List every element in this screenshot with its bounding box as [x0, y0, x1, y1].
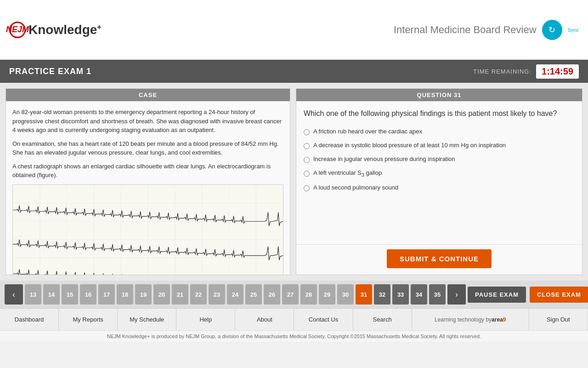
submit-area: SUBMIT & CONTINUE [296, 244, 582, 275]
answer-radio-4[interactable] [304, 171, 310, 177]
case-header: CASE [6, 89, 290, 101]
nav-about[interactable]: About [235, 309, 294, 330]
case-panel: CASE An 82-year-old woman presents to th… [6, 88, 290, 275]
case-body[interactable]: An 82-year-old woman presents to the eme… [6, 101, 290, 275]
nav-bar: ‹ 13141516171819202122232425262728293031… [0, 281, 588, 308]
question-header: QUESTION 31 [296, 89, 582, 101]
ecg-chart [13, 185, 283, 275]
nav-num-14[interactable]: 14 [43, 284, 60, 305]
footer-text: NEJM Knowledge+ is produced by NEJM Grou… [107, 334, 481, 339]
timer-value: 1:14:59 [536, 64, 579, 79]
sync-icon: ↻ [548, 25, 555, 35]
footer: NEJM Knowledge+ is produced by NEJM Grou… [0, 330, 588, 342]
answer-option-4[interactable]: A left ventricular S3 gallop [304, 169, 575, 178]
nav-area9: Learning technology by area9 [412, 309, 529, 330]
exam-bar: PRACTICE EXAM 1 TIME REMAINING: 1:14:59 [0, 60, 588, 83]
question-panel: QUESTION 31 Which one of the following p… [296, 88, 582, 275]
case-paragraph-3: A chest radiograph shows an enlarged car… [12, 162, 283, 180]
ecg-image [12, 184, 283, 275]
nav-num-17[interactable]: 17 [98, 284, 115, 305]
answer-label-2: A decrease in systolic blood pressure of… [313, 142, 506, 149]
answer-option-1[interactable]: A friction rub heard over the cardiac ap… [304, 128, 575, 135]
nav-num-33[interactable]: 33 [392, 284, 409, 305]
nav-help[interactable]: Help [176, 309, 235, 330]
case-paragraph-1: An 82-year-old woman presents to the eme… [12, 108, 283, 135]
nav-num-22[interactable]: 22 [190, 284, 207, 305]
nav-num-34[interactable]: 34 [411, 284, 427, 305]
nav-num-15[interactable]: 15 [62, 284, 78, 305]
pause-exam-button[interactable]: PAUSE EXAM [468, 287, 526, 303]
nav-num-31[interactable]: 31 [356, 284, 372, 305]
submit-continue-button[interactable]: SUBMIT & CONTINUE [387, 249, 492, 268]
answer-label-4: A left ventricular S3 gallop [313, 169, 382, 178]
nav-num-21[interactable]: 21 [172, 284, 188, 305]
nejm-logo: NEJM Knowledge+ [9, 22, 102, 38]
nav-search[interactable]: Search [353, 309, 412, 330]
nav-right-btns: PAUSE EXAM CLOSE EXAM [468, 287, 588, 303]
area9-logo: area9 [492, 316, 506, 323]
timer-label: TIME REMAINING: [473, 68, 531, 75]
knowledge-text: Knowledge+ [28, 23, 102, 37]
nav-num-26[interactable]: 26 [264, 284, 280, 305]
nav-num-28[interactable]: 28 [300, 284, 317, 305]
answer-label-5: A loud second pulmonary sound [313, 184, 398, 191]
answer-option-5[interactable]: A loud second pulmonary sound [304, 184, 575, 191]
nav-num-19[interactable]: 19 [135, 284, 152, 305]
question-text: Which one of the following physical find… [304, 109, 575, 119]
answer-label-1: A friction rub heard over the cardiac ap… [313, 128, 422, 135]
answer-radio-2[interactable] [304, 143, 310, 149]
prev-arrow-button[interactable]: ‹ [5, 284, 23, 305]
header-right: Internal Medicine Board Review ↻ Sync [394, 20, 579, 40]
answer-option-2[interactable]: A decrease in systolic blood pressure of… [304, 142, 575, 149]
case-paragraph-2: On examination, she has a heart rate of … [12, 139, 283, 157]
sync-button[interactable]: ↻ [542, 20, 562, 40]
answer-label-3: Increase in jugular venous pressure duri… [313, 155, 455, 162]
sync-label: Sync [568, 27, 579, 33]
nejm-text: NEJM [6, 25, 29, 34]
nejm-circle: NEJM [9, 22, 26, 38]
nav-num-20[interactable]: 20 [153, 284, 170, 305]
next-arrow-button[interactable]: › [447, 284, 466, 305]
answer-radio-5[interactable] [304, 185, 310, 191]
nav-num-30[interactable]: 30 [337, 284, 354, 305]
nav-num-23[interactable]: 23 [209, 284, 225, 305]
nav-sign-out[interactable]: Sign Out [529, 309, 588, 330]
nav-num-32[interactable]: 32 [374, 284, 390, 305]
nav-num-18[interactable]: 18 [117, 284, 133, 305]
answer-option-3[interactable]: Increase in jugular venous pressure duri… [304, 155, 575, 163]
timer-area: TIME REMAINING: 1:14:59 [473, 64, 579, 79]
logo-area: NEJM Knowledge+ [9, 22, 102, 38]
nav-num-29[interactable]: 29 [319, 284, 335, 305]
answer-radio-3[interactable] [304, 157, 310, 163]
nav-contact-us[interactable]: Contact Us [294, 309, 353, 330]
nav-my-reports[interactable]: My Reports [59, 309, 118, 330]
nav-num-25[interactable]: 25 [245, 284, 262, 305]
main-content: CASE An 82-year-old woman presents to th… [0, 83, 588, 281]
answer-radio-1[interactable] [304, 129, 310, 135]
bottom-nav: Dashboard My Reports My Schedule Help Ab… [0, 308, 588, 330]
nav-num-16[interactable]: 16 [80, 284, 96, 305]
close-exam-button[interactable]: CLOSE EXAM [530, 287, 588, 303]
nav-num-13[interactable]: 13 [25, 284, 41, 305]
nav-my-schedule[interactable]: My Schedule [118, 309, 176, 330]
nav-dashboard[interactable]: Dashboard [0, 309, 59, 330]
exam-title: PRACTICE EXAM 1 [9, 67, 91, 76]
nav-num-27[interactable]: 27 [282, 284, 299, 305]
question-body: Which one of the following physical find… [296, 101, 582, 244]
nav-num-24[interactable]: 24 [227, 284, 243, 305]
board-review-title: Internal Medicine Board Review [394, 24, 537, 36]
nav-numbers: 1314151617181920212223242526272829303132… [25, 284, 446, 305]
app-header: NEJM Knowledge+ Internal Medicine Board … [0, 0, 588, 60]
nav-num-35[interactable]: 35 [429, 284, 446, 305]
